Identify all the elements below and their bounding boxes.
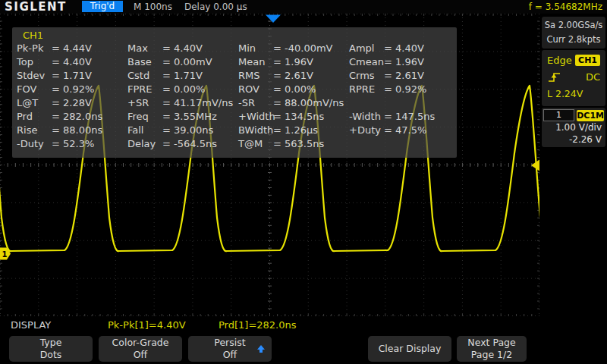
channel1-info-panel[interactable]: 1 DC1M 1.00 V/div -2.26 V: [542, 108, 605, 147]
timebase-readout: M 100ns: [134, 2, 172, 12]
channel-offset-readout: -2.26 V: [542, 133, 605, 146]
softkey-menu-bar: Type Dots Color-Grade Off Persist Off Cl…: [0, 335, 607, 364]
persist-button-value: Off: [223, 349, 237, 361]
persist-button[interactable]: Persist Off: [188, 336, 272, 362]
trigger-source-badge: CH1: [575, 55, 600, 66]
clear-display-button-label: Clear Display: [379, 343, 442, 355]
frequency-counter-readout: f = 3.54682MHz: [529, 2, 602, 12]
active-menu-title: DISPLAY: [11, 319, 51, 331]
type-button[interactable]: Type Dots: [9, 336, 93, 362]
trigger-level-marker[interactable]: [531, 160, 539, 171]
svg-text:1: 1: [2, 250, 8, 259]
color-grade-button-value: Off: [134, 349, 147, 361]
plot-markers: 1: [0, 14, 539, 316]
rising-edge-icon: [547, 71, 562, 83]
persist-button-label: Persist: [214, 337, 245, 349]
trigger-level-readout: L 2.24V: [542, 83, 605, 99]
top-status-bar: SIGLENT Trig'd M 100ns Delay 0.00 µs f =…: [0, 0, 607, 14]
siglent-logo: SIGLENT: [5, 0, 67, 14]
channel-number-badge: 1: [543, 109, 574, 121]
oscilloscope-screen: SIGLENT Trig'd M 100ns Delay 0.00 µs f =…: [0, 0, 607, 364]
up-arrow-icon: [256, 344, 266, 353]
right-sidebar: Sa 2.00GSa/s Curr 2.8kpts Edge CH1 DC L …: [540, 14, 607, 316]
sample-rate-readout: Sa 2.00GSa/s: [542, 18, 605, 33]
color-grade-button[interactable]: Color-Grade Off: [99, 336, 182, 362]
clear-display-button[interactable]: Clear Display: [368, 336, 451, 362]
trigger-position-marker[interactable]: [266, 15, 281, 24]
bottom-status-bar: DISPLAY Pk-Pk[1]=4.40V Prd[1]=282.0ns: [0, 317, 607, 335]
measurement-readout-1: Pk-Pk[1]=4.40V: [108, 319, 186, 331]
waveform-display-area: CH1 Pk-Pk= 4.44VMax= 4.40VMin= -40.00mVA…: [0, 14, 539, 316]
trigger-info-panel[interactable]: Edge CH1 DC L 2.24V: [542, 50, 605, 106]
trigger-status-badge: Trig'd: [82, 1, 123, 12]
trigger-coupling-label: DC: [586, 71, 600, 83]
channel-coupling-badge: DC1M: [577, 110, 604, 121]
type-button-value: Dots: [40, 349, 62, 361]
acquisition-info-panel: Sa 2.00GSa/s Curr 2.8kpts: [542, 17, 605, 49]
next-page-button[interactable]: Next Page Page 1/2: [457, 336, 527, 362]
next-page-button-value: Page 1/2: [471, 349, 512, 361]
memory-depth-readout: Curr 2.8kpts: [542, 33, 605, 47]
next-page-button-label: Next Page: [467, 337, 515, 349]
type-button-label: Type: [40, 337, 62, 349]
measurement-readout-2: Prd[1]=282.0ns: [219, 319, 297, 331]
delay-readout: Delay 0.00 µs: [184, 2, 247, 12]
channel1-ground-marker[interactable]: 1: [0, 248, 11, 260]
color-grade-button-label: Color-Grade: [112, 337, 169, 349]
trigger-type-label: Edge: [547, 55, 572, 66]
channel-scale-readout: 1.00 V/div: [542, 121, 605, 133]
